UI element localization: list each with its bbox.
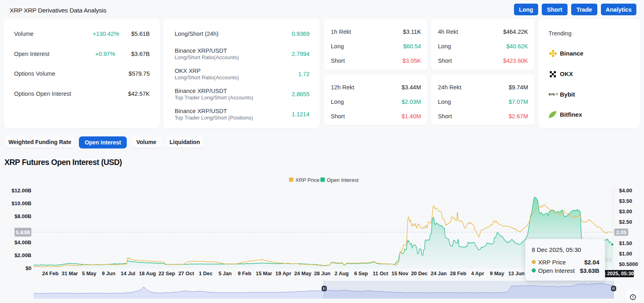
svg-text:2 Aug: 2 Aug xyxy=(334,270,349,276)
svg-text:1 Dec: 1 Dec xyxy=(199,270,213,276)
svg-text:4 Apr: 4 Apr xyxy=(471,270,484,276)
svg-text:24 Jan: 24 Jan xyxy=(431,270,447,276)
svg-text:9 Jun: 9 Jun xyxy=(102,270,116,276)
svg-text:$3.50: $3.50 xyxy=(619,198,632,204)
svg-text:$0.5000: $0.5000 xyxy=(619,261,638,267)
svg-text:5 Jan: 5 Jan xyxy=(219,270,232,276)
svg-text:20 Dec: 20 Dec xyxy=(411,270,427,276)
svg-text:$8.00B: $8.00B xyxy=(14,213,31,219)
svg-text:$4.00: $4.00 xyxy=(619,188,632,194)
svg-text:31 Mar: 31 Mar xyxy=(62,270,78,276)
svg-text:$1.00: $1.00 xyxy=(619,251,632,257)
svg-text:15 Mar: 15 Mar xyxy=(256,270,272,276)
svg-text:14 Jul: 14 Jul xyxy=(121,270,135,276)
svg-text:18 Aug: 18 Aug xyxy=(139,270,156,276)
svg-text:9 May: 9 May xyxy=(490,270,504,276)
svg-text:27 Oct: 27 Oct xyxy=(178,270,194,276)
svg-text:22 Sep: 22 Sep xyxy=(159,270,175,276)
svg-text:6 Sep: 6 Sep xyxy=(354,270,368,276)
svg-text:11 Oct: 11 Oct xyxy=(373,270,388,276)
svg-text:15 Nov: 15 Nov xyxy=(392,270,409,276)
svg-text:$10.00B: $10.00B xyxy=(12,200,31,206)
svg-text:$2.00B: $2.00B xyxy=(14,252,31,258)
svg-text:5 May: 5 May xyxy=(82,270,97,276)
svg-text:24 Feb: 24 Feb xyxy=(42,270,59,276)
svg-text:$4.00B: $4.00B xyxy=(14,239,31,245)
svg-text:9 Feb: 9 Feb xyxy=(238,270,252,276)
svg-text:$12.00B: $12.00B xyxy=(12,188,31,194)
svg-text:28 Feb: 28 Feb xyxy=(450,270,466,276)
svg-text:24 May: 24 May xyxy=(294,270,312,276)
svg-text:13 Jun: 13 Jun xyxy=(508,270,525,276)
svg-text:$3.00: $3.00 xyxy=(619,208,632,214)
svg-text:19 Apr: 19 Apr xyxy=(275,270,291,276)
svg-text:$2.50: $2.50 xyxy=(619,219,632,225)
svg-text:$1.50: $1.50 xyxy=(619,240,632,246)
svg-text:$0: $0 xyxy=(26,265,31,271)
svg-text:28 Jun: 28 Jun xyxy=(314,270,330,276)
